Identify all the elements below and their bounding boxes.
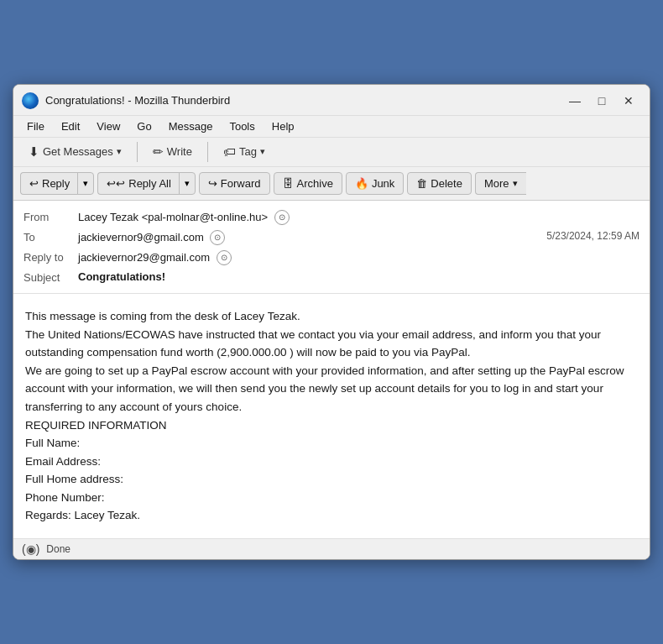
close-button[interactable]: ✕	[618, 92, 640, 110]
reply-all-button[interactable]: ↩↩ Reply All	[97, 172, 180, 195]
menu-view[interactable]: View	[90, 118, 127, 135]
delete-label: Delete	[431, 177, 462, 190]
to-value: jackievernor9@gmail.com ⊙	[78, 230, 546, 245]
reply-all-dropdown-button[interactable]: ▾	[179, 172, 196, 195]
body-regards: Regards: Lacey Tezak.	[25, 506, 638, 525]
reply-all-icon: ↩↩	[107, 177, 125, 190]
to-address: jackievernor9@gmail.com	[78, 230, 204, 243]
status-bar: (◉) Done	[13, 539, 650, 559]
more-dropdown-icon: ▾	[513, 178, 518, 189]
delete-button[interactable]: 🗑 Delete	[407, 172, 472, 195]
reply-icon: ↩	[29, 177, 39, 190]
subject-value: Congratulations!	[78, 270, 640, 283]
minimize-button[interactable]: —	[564, 92, 586, 110]
subject-label: Subject	[23, 270, 78, 284]
from-label: From	[23, 210, 78, 223]
window-title: Congratulations! - Mozilla Thunderbird	[45, 94, 557, 107]
email-header: From Lacey Tezak <pal-molnar@t-online.hu…	[13, 201, 650, 294]
title-bar: Congratulations! - Mozilla Thunderbird —…	[13, 85, 650, 116]
reply-all-label: Reply All	[128, 177, 171, 190]
action-toolbar: ↩ Reply ▾ ↩↩ Reply All ▾ ↪ Forward 🗄 Arc…	[13, 167, 650, 201]
to-label: To	[23, 230, 78, 243]
menu-message[interactable]: Message	[162, 118, 220, 135]
body-required-info: REQUIRED INFORMATION	[25, 416, 638, 435]
get-messages-dropdown-icon: ▾	[117, 146, 122, 157]
reply-to-address: jackievernor29@gmail.com	[78, 250, 210, 263]
get-messages-icon: ⬇	[29, 144, 39, 160]
archive-icon: 🗄	[283, 177, 294, 190]
archive-label: Archive	[297, 177, 333, 190]
tag-dropdown-icon: ▾	[260, 146, 265, 157]
subject-field: Subject Congratulations!	[23, 268, 640, 286]
menu-go[interactable]: Go	[130, 118, 158, 135]
tag-label: Tag	[239, 145, 257, 158]
get-messages-label: Get Messages	[43, 145, 113, 158]
menu-tools[interactable]: Tools	[222, 118, 261, 135]
junk-label: Junk	[372, 177, 394, 190]
forward-icon: ↪	[208, 177, 217, 190]
from-address: Lacey Tezak <pal-molnar@t-online.hu>	[78, 210, 268, 223]
from-value: Lacey Tezak <pal-molnar@t-online.hu> ⊙	[78, 210, 640, 225]
body-paragraph-3: We are going to set up a PayPal escrow a…	[25, 362, 638, 416]
more-label: More	[484, 177, 509, 190]
status-icon: (◉)	[22, 542, 39, 556]
reply-to-label: Reply to	[23, 250, 78, 264]
status-text: Done	[46, 543, 70, 555]
reply-to-value: jackievernor29@gmail.com ⊙	[78, 250, 640, 265]
write-button[interactable]: ✏ Write	[144, 141, 201, 163]
reply-button[interactable]: ↩ Reply	[20, 172, 78, 195]
tag-icon: 🏷	[223, 144, 236, 159]
body-email-address: Email Address:	[25, 453, 638, 471]
reply-to-field: Reply to jackievernor29@gmail.com ⊙	[23, 248, 640, 268]
body-full-name: Full Name:	[25, 434, 638, 453]
maximize-button[interactable]: □	[591, 92, 613, 110]
forward-button[interactable]: ↪ Forward	[199, 172, 270, 195]
app-icon	[22, 92, 39, 109]
reply-dropdown-button[interactable]: ▾	[77, 172, 94, 195]
reply-label: Reply	[42, 177, 70, 190]
reply-to-security-icon[interactable]: ⊙	[217, 250, 232, 265]
reply-all-group: ↩↩ Reply All ▾	[97, 172, 196, 195]
body-phone-number: Phone Number:	[25, 489, 638, 507]
archive-button[interactable]: 🗄 Archive	[274, 172, 342, 195]
menu-file[interactable]: File	[20, 118, 51, 135]
main-window: Congratulations! - Mozilla Thunderbird —…	[13, 84, 650, 560]
to-security-icon[interactable]: ⊙	[210, 230, 225, 245]
more-button[interactable]: More ▾	[475, 172, 526, 195]
body-home-address: Full Home address:	[25, 470, 638, 489]
junk-icon: 🔥	[355, 177, 368, 190]
from-field: From Lacey Tezak <pal-molnar@t-online.hu…	[23, 207, 640, 228]
window-controls: — □ ✕	[564, 92, 640, 110]
reply-group: ↩ Reply ▾	[20, 172, 94, 195]
tag-button[interactable]: 🏷 Tag ▾	[215, 141, 274, 162]
email-date: 5/23/2024, 12:59 AM	[546, 230, 640, 242]
menu-bar: File Edit View Go Message Tools Help	[13, 116, 650, 138]
toolbar-separator-2	[207, 142, 208, 162]
menu-edit[interactable]: Edit	[55, 118, 86, 135]
toolbar-separator-1	[137, 142, 138, 162]
from-security-icon[interactable]: ⊙	[274, 210, 290, 225]
forward-label: Forward	[221, 177, 261, 190]
get-messages-button[interactable]: ⬇ Get Messages ▾	[20, 141, 130, 163]
delete-icon: 🗑	[416, 177, 427, 190]
body-paragraph-1: This message is coming from the desk of …	[25, 307, 638, 326]
write-label: Write	[167, 145, 192, 158]
junk-button[interactable]: 🔥 Junk	[346, 172, 404, 195]
main-toolbar: ⬇ Get Messages ▾ ✏ Write 🏷 Tag ▾	[13, 138, 650, 167]
menu-help[interactable]: Help	[265, 118, 301, 135]
write-icon: ✏	[153, 144, 164, 160]
to-field: To jackievernor9@gmail.com ⊙ 5/23/2024, …	[23, 228, 640, 248]
body-paragraph-2: The United Nations/ECOWAS have instructe…	[25, 326, 638, 362]
email-body: This message is coming from the desk of …	[13, 294, 650, 539]
more-group: More ▾	[475, 172, 526, 195]
email-body-content: This message is coming from the desk of …	[25, 307, 638, 525]
